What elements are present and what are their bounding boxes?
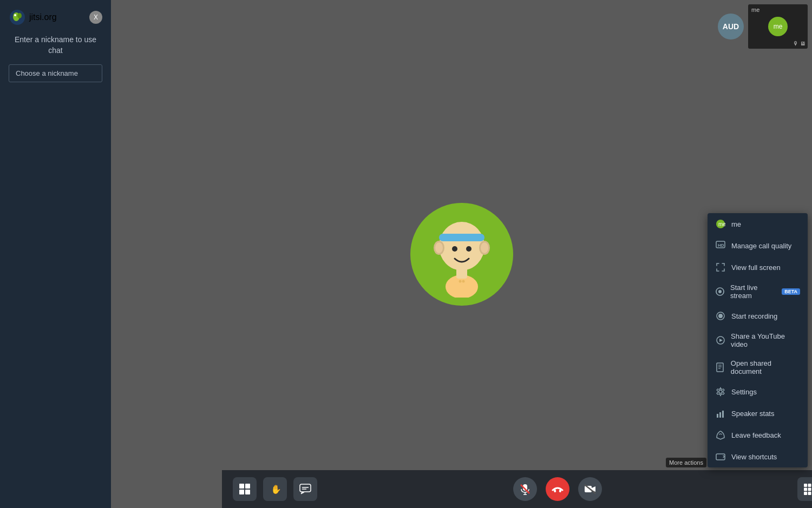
sidebar: jitsi.org X Enter a nickname to use chat…: [0, 0, 111, 508]
shortcuts-icon: [715, 451, 726, 462]
toolbar-center: [513, 477, 602, 501]
hangup-button[interactable]: [546, 477, 569, 501]
svg-point-53: [718, 290, 722, 293]
bottom-toolbar: ✋: [222, 470, 812, 508]
tile-view-button[interactable]: [233, 477, 257, 501]
svg-rect-38: [804, 492, 807, 495]
tile-view-icon: [239, 483, 251, 495]
recording-label: Start recording: [731, 312, 777, 320]
menu-item-settings[interactable]: Settings: [708, 381, 808, 403]
svg-point-11: [466, 246, 472, 252]
svg-rect-64: [719, 412, 721, 418]
menu-item-live-stream[interactable]: Start live stream BETA: [708, 278, 808, 305]
me-thumbnail-label: me: [751, 6, 759, 13]
svg-rect-19: [245, 490, 250, 494]
menu-item-shared-doc[interactable]: Open shared document: [708, 354, 808, 381]
menu-item-speaker-stats[interactable]: Speaker stats: [708, 403, 808, 424]
svg-rect-21: [300, 484, 311, 492]
shared-doc-label: Open shared document: [731, 359, 800, 375]
mute-icon: [519, 483, 531, 495]
svg-point-55: [718, 314, 723, 318]
chat-button[interactable]: [293, 477, 317, 501]
svg-rect-16: [239, 484, 244, 489]
shared-doc-icon: [715, 362, 725, 373]
me-menu-icon: me: [715, 219, 726, 229]
menu-item-feedback[interactable]: Leave feedback: [708, 424, 808, 446]
youtube-label: Share a YouTube video: [731, 332, 800, 348]
call-quality-label: Manage call quality: [731, 242, 791, 250]
jitsi-bird-icon: [9, 9, 26, 26]
svg-rect-18: [239, 490, 244, 494]
svg-marker-57: [719, 339, 723, 342]
svg-point-2: [17, 13, 22, 18]
me-thumbnail: me me 🎙 🖥: [748, 4, 808, 49]
menu-item-recording[interactable]: Start recording: [708, 305, 808, 327]
shortcuts-label: View shortcuts: [731, 453, 777, 461]
screen-icon-thumb: 🖥: [800, 41, 806, 47]
hangup-icon: [552, 483, 564, 495]
svg-rect-36: [808, 488, 811, 491]
call-quality-icon: HD: [715, 240, 726, 251]
chat-icon: [299, 483, 311, 495]
more-actions-tooltip: More actions: [666, 458, 706, 467]
speaker-stats-icon: [715, 408, 726, 419]
settings-label: Settings: [731, 388, 757, 396]
svg-rect-33: [808, 484, 811, 487]
video-mute-icon: [584, 483, 596, 495]
apps-icon: [803, 483, 812, 495]
svg-text:HD: HD: [718, 243, 724, 248]
more-actions-menu: me me HD Manage call quality View full s…: [708, 213, 808, 467]
svg-rect-17: [245, 484, 250, 489]
toolbar-left: ✋: [233, 477, 317, 501]
apps-button[interactable]: [797, 477, 812, 501]
aud-avatar: AUD: [718, 14, 744, 39]
chat-prompt: Enter a nickname to use chat: [9, 35, 102, 56]
fullscreen-icon: [715, 262, 726, 273]
raise-hand-icon: ✋: [269, 483, 281, 495]
mute-audio-button[interactable]: [513, 477, 537, 501]
avatar-svg: [421, 211, 502, 298]
svg-rect-32: [804, 484, 807, 487]
menu-item-call-quality[interactable]: HD Manage call quality: [708, 235, 808, 256]
sidebar-header: jitsi.org X: [9, 9, 102, 26]
beta-badge: BETA: [782, 288, 800, 295]
svg-text:✋: ✋: [271, 484, 281, 494]
menu-item-fullscreen[interactable]: View full screen: [708, 256, 808, 278]
speaker-stats-label: Speaker stats: [731, 410, 775, 418]
svg-rect-66: [716, 454, 725, 460]
mic-icon-thumb: 🎙: [793, 41, 798, 47]
svg-rect-65: [722, 411, 724, 418]
jitsi-logo: jitsi.org: [9, 9, 57, 26]
menu-item-me[interactable]: me me: [708, 213, 808, 235]
svg-rect-13: [456, 268, 467, 279]
svg-point-62: [719, 390, 722, 393]
jitsi-logo-text: jitsi.org: [29, 12, 57, 22]
svg-rect-39: [808, 492, 811, 495]
svg-text:me: me: [718, 221, 725, 227]
svg-point-10: [452, 246, 457, 252]
main-video-area: AUD me me 🎙 🖥: [111, 0, 812, 508]
svg-rect-5: [439, 234, 484, 241]
svg-point-9: [481, 242, 488, 253]
youtube-icon: [715, 335, 725, 346]
feedback-icon: [715, 430, 726, 440]
svg-point-15: [462, 280, 464, 282]
top-right-area: AUD me me 🎙 🖥: [718, 4, 808, 49]
raise-hand-button[interactable]: ✋: [263, 477, 287, 501]
me-thumb-icons: 🎙 🖥: [793, 41, 806, 47]
center-avatar: [410, 203, 513, 306]
svg-rect-63: [717, 414, 718, 418]
choose-nickname-button[interactable]: Choose a nickname: [9, 64, 102, 82]
me-menu-label: me: [731, 220, 741, 228]
me-avatar-thumb: me: [768, 17, 788, 36]
svg-point-4: [439, 222, 484, 271]
settings-icon: [715, 386, 726, 397]
menu-item-shortcuts[interactable]: View shortcuts: [708, 446, 808, 467]
live-stream-label: Start live stream: [730, 283, 774, 300]
close-sidebar-button[interactable]: X: [89, 11, 102, 24]
video-mute-button[interactable]: [578, 477, 602, 501]
menu-item-youtube[interactable]: Share a YouTube video: [708, 327, 808, 354]
svg-point-7: [435, 242, 443, 253]
recording-icon: [715, 311, 726, 321]
svg-rect-58: [717, 363, 723, 372]
